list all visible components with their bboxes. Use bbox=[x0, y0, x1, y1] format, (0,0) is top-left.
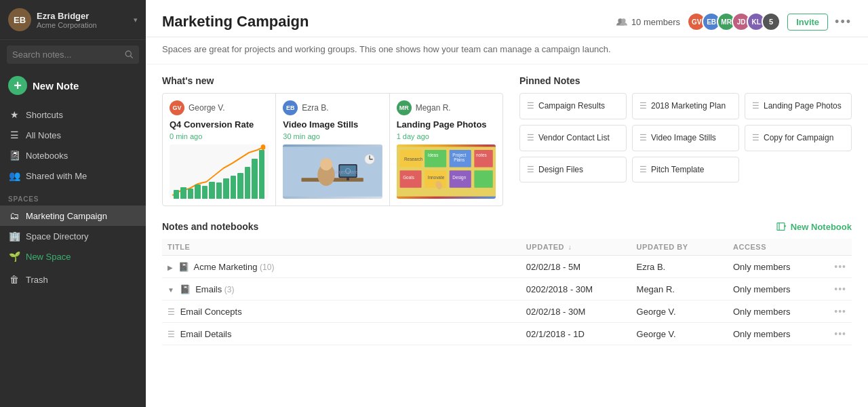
wn-thumbnail-1: project plans bbox=[283, 144, 382, 199]
wn-avatar-0: GV bbox=[170, 100, 184, 115]
pinned-doc-icon-2: ☰ bbox=[752, 101, 760, 111]
notebooks-icon: 📓 bbox=[8, 150, 20, 161]
row-updatedby-1: Megan R. bbox=[631, 278, 728, 301]
marketing-icon: 🗂 bbox=[8, 210, 20, 221]
svg-text:Research: Research bbox=[404, 157, 423, 161]
page-title: Marketing Campaign bbox=[162, 13, 309, 31]
pinned-card-7[interactable]: ☰ Pitch Template bbox=[632, 157, 739, 183]
expand-row-0[interactable]: ▶ bbox=[167, 264, 173, 271]
row-access-1: Only members bbox=[728, 278, 810, 301]
search-input[interactable] bbox=[12, 50, 125, 60]
sidebar-item-new-space[interactable]: 🌱 New Space bbox=[0, 246, 146, 267]
trash-icon: 🗑 bbox=[8, 274, 20, 285]
table-row[interactable]: ☰ Email Concepts 02/02/18 - 30M George V… bbox=[162, 301, 852, 323]
col-actions bbox=[810, 239, 852, 256]
row-updatedby-3: George V. bbox=[631, 323, 728, 345]
note-icon-2: ☰ bbox=[167, 307, 175, 317]
table-header: Title Updated ↓ Updated By Access bbox=[162, 239, 852, 256]
col-updated[interactable]: Updated ↓ bbox=[521, 239, 631, 256]
wn-user-2: MR Megan R. bbox=[397, 100, 496, 115]
sections-row: What's new GV George V. Q4 Conversion Ra… bbox=[146, 75, 868, 206]
chart-bar bbox=[174, 190, 179, 199]
new-notebook-button[interactable]: New Notebook bbox=[776, 222, 852, 232]
pinned-label-4: Video Image Stills bbox=[651, 132, 716, 144]
svg-text:Ideas: Ideas bbox=[427, 153, 438, 157]
shortcuts-icon: ★ bbox=[8, 109, 20, 120]
svg-line-1 bbox=[131, 56, 133, 58]
wn-card-2[interactable]: MR Megan R. Landing Page Photos 1 day ag… bbox=[390, 94, 502, 206]
main-content: Marketing Campaign 10 members GV EB MR J… bbox=[146, 0, 868, 407]
nav-trash[interactable]: 🗑 Trash bbox=[0, 269, 146, 290]
wn-username-2: Megan R. bbox=[416, 103, 451, 113]
nav-shared[interactable]: 👥 Shared with Me bbox=[0, 166, 146, 186]
search-bar[interactable] bbox=[7, 45, 139, 64]
chart-bar bbox=[231, 176, 236, 199]
new-space-icon: 🌱 bbox=[8, 251, 20, 262]
wn-card-1[interactable]: EB Ezra B. Video Image Stills 30 min ago bbox=[276, 94, 389, 206]
pinned-card-4[interactable]: ☰ Video Image Stills bbox=[632, 125, 739, 151]
notes-header-row: Notes and notebooks New Notebook bbox=[162, 221, 852, 232]
row-actions-3[interactable]: ••• bbox=[810, 323, 852, 345]
table-row[interactable]: ▶ 📓 Acme Marketing (10) 02/02/18 - 5M Ez… bbox=[162, 256, 852, 278]
notebook-icon-0: 📓 bbox=[178, 262, 189, 272]
expand-row-1[interactable]: ▼ bbox=[167, 286, 174, 294]
pinned-card-5[interactable]: ☰ Copy for Campaign bbox=[745, 125, 852, 151]
sort-arrow: ↓ bbox=[568, 244, 572, 251]
chart-bar bbox=[245, 167, 250, 199]
members-info: 10 members bbox=[616, 17, 680, 27]
sidebar-item-directory[interactable]: 🏢 Space Directory bbox=[0, 226, 146, 246]
svg-rect-25 bbox=[474, 170, 492, 188]
spaces-label: Spaces bbox=[0, 186, 146, 206]
wn-card-0[interactable]: GV George V. Q4 Conversion Rate 0 min ag… bbox=[163, 94, 276, 206]
pinned-card-1[interactable]: ☰ 2018 Marketing Plan bbox=[632, 93, 739, 119]
new-note-icon: + bbox=[8, 76, 27, 95]
invite-button[interactable]: Invite bbox=[787, 14, 828, 31]
user-info: Ezra Bridger Acme Corporation bbox=[37, 11, 97, 29]
page-header: Marketing Campaign 10 members GV EB MR J… bbox=[146, 0, 868, 37]
pinned-label-3: Vendor Contact List bbox=[538, 132, 610, 144]
pinned-doc-icon-7: ☰ bbox=[639, 165, 647, 174]
pinned-card-2[interactable]: ☰ Landing Page Photos bbox=[745, 93, 852, 119]
chart-bar bbox=[216, 182, 222, 199]
row-updated-3: 02/1/2018 - 1D bbox=[521, 323, 631, 345]
chart-bar bbox=[237, 173, 243, 199]
nav-all-notes[interactable]: ☰ All Notes bbox=[0, 125, 146, 145]
svg-text:project plans: project plans bbox=[334, 170, 358, 175]
wn-time-0: 0 min ago bbox=[170, 132, 269, 140]
row-updated-1: 0202/2018 - 30M bbox=[521, 278, 631, 301]
row-title-3: ☰ Email Details bbox=[162, 323, 521, 345]
chart-bar bbox=[195, 185, 200, 199]
header-actions: 10 members GV EB MR JD KL 5 Invite ••• bbox=[616, 12, 852, 31]
nav-notebooks[interactable]: 📓 Notebooks bbox=[0, 145, 146, 166]
pinned-doc-icon-0: ☰ bbox=[527, 101, 534, 111]
wn-time-2: 1 day ago bbox=[397, 132, 496, 140]
pinned-label-0: Campaign Results bbox=[538, 100, 605, 112]
svg-rect-11 bbox=[347, 178, 350, 180]
wn-user-0: GV George V. bbox=[170, 100, 269, 115]
more-options-button[interactable]: ••• bbox=[835, 15, 852, 29]
user-profile[interactable]: EB Ezra Bridger Acme Corporation ▾ bbox=[0, 0, 146, 40]
sticky-scene: Research Ideas Project Plans notes Goals… bbox=[397, 144, 496, 199]
pinned-card-0[interactable]: ☰ Campaign Results bbox=[519, 93, 627, 119]
pinned-card-3[interactable]: ☰ Vendor Contact List bbox=[519, 125, 627, 151]
svg-text:Innovate: Innovate bbox=[427, 175, 444, 180]
wn-title-1: Video Image Stills bbox=[283, 119, 382, 130]
pinned-card-6[interactable]: ☰ Design Files bbox=[519, 157, 627, 183]
wn-avatar-2: MR bbox=[397, 100, 412, 115]
wn-username-0: George V. bbox=[189, 103, 225, 113]
search-icon bbox=[125, 50, 134, 59]
row-actions-1[interactable]: ••• bbox=[810, 278, 852, 301]
nav-shortcuts[interactable]: ★ Shortcuts bbox=[0, 104, 146, 125]
notes-table: Title Updated ↓ Updated By Access bbox=[162, 239, 852, 345]
wn-thumbnail-0 bbox=[170, 144, 269, 199]
pinned-doc-icon-5: ☰ bbox=[752, 133, 760, 142]
new-note-button[interactable]: + New Note bbox=[7, 73, 139, 98]
table-row[interactable]: ▼ 📓 Emails (3) 0202/2018 - 30M Megan R. … bbox=[162, 278, 852, 301]
wn-user-1: EB Ezra B. bbox=[283, 100, 382, 115]
sidebar-item-marketing[interactable]: 🗂 Marketing Campaign bbox=[0, 206, 146, 226]
row-actions-0[interactable]: ••• bbox=[810, 256, 852, 278]
svg-text:Plans: Plans bbox=[454, 157, 465, 162]
table-row[interactable]: ☰ Email Details 02/1/2018 - 1D George V.… bbox=[162, 323, 852, 345]
row-actions-2[interactable]: ••• bbox=[810, 301, 852, 323]
notes-section-title: Notes and notebooks bbox=[162, 221, 258, 232]
